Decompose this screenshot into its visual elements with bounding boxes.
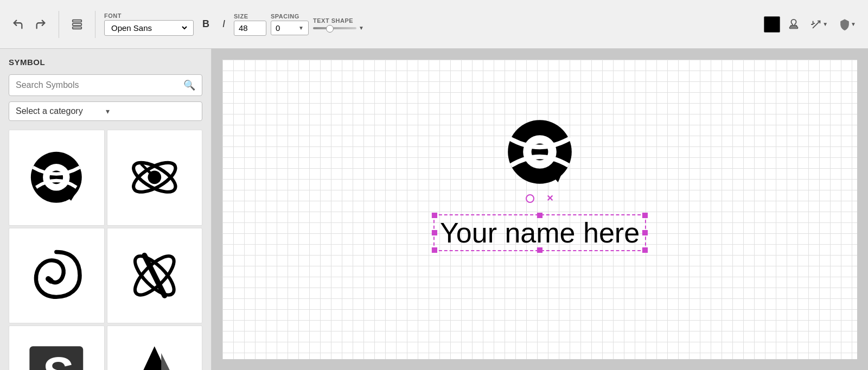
canvas[interactable]: ✕ Your name here (222, 60, 857, 359)
svg-rect-4 (790, 27, 798, 28)
toolbar: FONT Open Sans Arial Times New Roman Geo… (0, 0, 868, 49)
canvas-grid (222, 60, 857, 359)
shield-arrow[interactable]: ▼ (851, 21, 856, 27)
size-input-wrapper (234, 21, 266, 36)
handle-top-right[interactable] (642, 213, 648, 218)
shield-button[interactable]: ▼ (835, 15, 859, 34)
handle-top-left[interactable] (432, 213, 437, 218)
size-section: SIZE (234, 13, 266, 36)
undo-button[interactable] (9, 15, 27, 34)
canvas-text[interactable]: Your name here (440, 219, 640, 247)
spacing-label: SPACING (271, 13, 309, 20)
symbol-cell-4[interactable] (107, 228, 203, 324)
font-select-wrapper[interactable]: Open Sans Arial Times New Roman Georgia … (104, 20, 194, 36)
divider-2 (95, 11, 95, 38)
symbol-cell-2[interactable] (107, 130, 203, 226)
handle-middle-left[interactable] (432, 230, 437, 235)
layers-button[interactable] (68, 15, 86, 34)
symbol-anchor-dot[interactable] (526, 194, 534, 203)
size-input[interactable] (239, 23, 261, 33)
sidebar: SYMBOL 🔍 Select a category ▾ (0, 49, 212, 370)
symbol-cell-5[interactable]: S (9, 326, 105, 370)
symbol-cell-3[interactable] (9, 228, 105, 324)
category-label: Select a category (16, 106, 106, 116)
symbol-cell-6[interactable] (107, 326, 203, 370)
search-icon: 🔍 (183, 79, 195, 91)
category-dropdown[interactable]: Select a category ▾ (9, 101, 202, 121)
italic-button[interactable]: I (218, 15, 229, 33)
symbol-cell-1[interactable] (9, 130, 105, 226)
handle-top-middle[interactable] (537, 213, 542, 218)
main-content: SYMBOL 🔍 Select a category ▾ (0, 49, 868, 370)
bold-button[interactable]: B (198, 15, 214, 33)
symbol-grid: S (9, 130, 202, 370)
text-element[interactable]: Your name here (433, 214, 646, 251)
symbol-anchor-x[interactable]: ✕ (545, 194, 554, 203)
text-shape-label: TEXT SHAPE (313, 17, 364, 24)
text-selection-box[interactable]: Your name here (433, 214, 646, 251)
text-shape-slider[interactable] (313, 27, 356, 29)
text-shape-arrow[interactable]: ▼ (359, 25, 364, 31)
spacing-select-wrapper[interactable]: 0 ▼ (271, 21, 309, 35)
svg-rect-2 (73, 27, 82, 29)
text-shape-section: TEXT SHAPE ▼ (313, 17, 364, 31)
svg-rect-1 (73, 23, 82, 25)
category-arrow: ▾ (106, 107, 196, 116)
handle-bottom-middle[interactable] (537, 247, 542, 253)
search-wrapper: 🔍 (9, 74, 202, 96)
handle-bottom-left[interactable] (432, 247, 437, 253)
font-section: FONT Open Sans Arial Times New Roman Geo… (104, 12, 194, 36)
canvas-symbol-svg (502, 114, 578, 190)
text-shape-controls: ▼ (313, 25, 364, 31)
svg-text:S: S (41, 348, 72, 370)
search-input[interactable] (16, 80, 179, 90)
svg-rect-0 (73, 20, 82, 22)
canvas-symbol[interactable]: ✕ (502, 114, 578, 203)
color-swatch[interactable] (764, 16, 780, 33)
magic-wand-button[interactable]: ▼ (807, 15, 831, 34)
sidebar-title: SYMBOL (9, 58, 202, 67)
magic-wand-arrow[interactable]: ▼ (822, 21, 828, 27)
font-label: FONT (104, 12, 194, 19)
handle-bottom-right[interactable] (642, 247, 648, 253)
spacing-value: 0 (276, 23, 296, 33)
svg-marker-21 (161, 353, 181, 370)
spacing-arrow[interactable]: ▼ (298, 25, 304, 31)
font-select[interactable]: Open Sans Arial Times New Roman Georgia … (109, 23, 189, 33)
redo-button[interactable] (31, 15, 50, 34)
svg-line-5 (813, 21, 820, 28)
stamp-button[interactable] (784, 15, 803, 34)
spacing-section: SPACING 0 ▼ (271, 13, 309, 35)
size-label: SIZE (234, 13, 266, 20)
handle-middle-right[interactable] (642, 230, 648, 235)
canvas-area: ✕ Your name here (212, 49, 868, 370)
svg-marker-20 (131, 347, 178, 370)
divider-1 (59, 11, 59, 38)
